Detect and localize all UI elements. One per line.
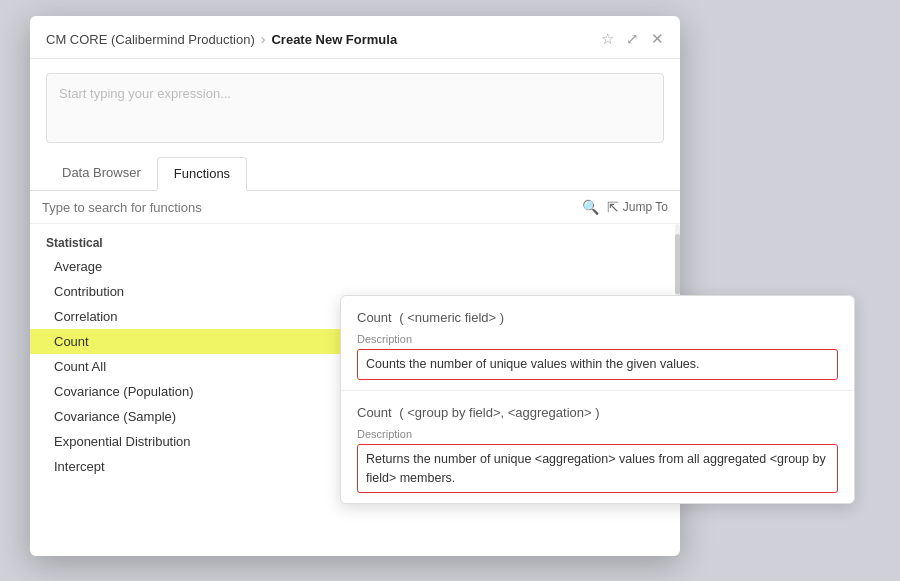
jump-to-label: Jump To (623, 200, 668, 214)
tab-bar: Data Browser Functions (30, 157, 680, 191)
expand-icon[interactable]: ⤢ (626, 30, 639, 48)
detail-function-1-signature: ( <numeric field> ) (399, 310, 504, 325)
tab-data-browser[interactable]: Data Browser (46, 157, 157, 191)
breadcrumb-current: Create New Formula (271, 32, 397, 47)
detail-section-1: Count ( <numeric field> ) Description Co… (341, 296, 854, 390)
detail-function-2-signature: ( <group by field>, <aggregation> ) (399, 405, 599, 420)
detail-panel: Count ( <numeric field> ) Description Co… (340, 295, 855, 504)
detail-section-2: Count ( <group by field>, <aggregation> … (341, 390, 854, 504)
detail-description-1: Counts the number of unique values withi… (357, 349, 838, 380)
scrollbar-thumb[interactable] (675, 234, 680, 294)
search-icon: 🔍 (582, 199, 599, 215)
function-item-average[interactable]: Average (30, 254, 680, 279)
tab-functions[interactable]: Functions (157, 157, 247, 191)
detail-desc-label-2: Description (357, 428, 838, 440)
detail-desc-label-1: Description (357, 333, 838, 345)
breadcrumb-parent: CM CORE (Calibermind Production) (46, 32, 255, 47)
detail-description-2: Returns the number of unique <aggregatio… (357, 444, 838, 494)
expression-input[interactable]: Start typing your expression... (46, 73, 664, 143)
detail-function-1-name: Count ( <numeric field> ) (357, 310, 838, 325)
breadcrumb-separator: › (261, 31, 266, 47)
star-icon[interactable]: ☆ (601, 30, 614, 48)
category-statistical: Statistical (30, 232, 680, 254)
jump-icon: ⇱ (607, 199, 619, 215)
search-input[interactable] (42, 200, 574, 215)
close-icon[interactable]: ✕ (651, 30, 664, 48)
breadcrumb: CM CORE (Calibermind Production) › Creat… (46, 31, 397, 47)
header-actions: ☆ ⤢ ✕ (601, 30, 664, 48)
detail-function-2-name: Count ( <group by field>, <aggregation> … (357, 405, 838, 420)
modal-header: CM CORE (Calibermind Production) › Creat… (30, 16, 680, 59)
jump-to-button[interactable]: ⇱ Jump To (607, 199, 668, 215)
search-bar: 🔍 ⇱ Jump To (30, 191, 680, 224)
expression-placeholder: Start typing your expression... (59, 86, 231, 101)
modal-overlay: CM CORE (Calibermind Production) › Creat… (0, 0, 900, 581)
